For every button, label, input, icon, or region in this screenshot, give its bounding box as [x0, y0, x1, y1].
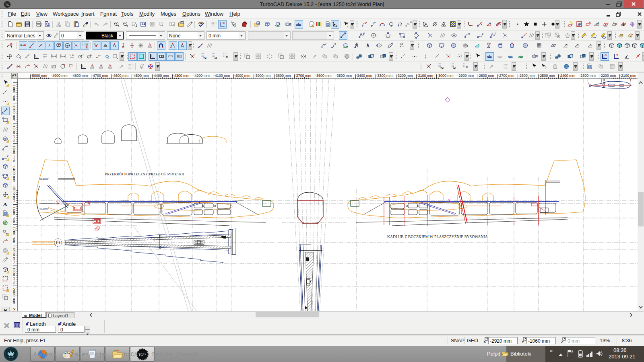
svg-text:Z: Z	[561, 340, 564, 344]
svg-text:R: R	[82, 53, 84, 56]
svg-text:ABC: ABC	[198, 21, 204, 24]
svg-text:?: ?	[346, 21, 349, 26]
svg-text:50,0000°: 50,0000°	[39, 177, 49, 180]
svg-text:Q: Q	[105, 54, 109, 59]
svg-text:TC¹⁵: TC¹⁵	[138, 353, 146, 357]
svg-text:/2: /2	[215, 56, 217, 59]
svg-text:KADLUB Z BOCZKIEM W PLASZCZYŹN: KADLUB Z BOCZKIEM W PLASZCZYŹNIE RYSOWAN…	[387, 234, 488, 239]
svg-text:30: 30	[576, 43, 579, 46]
svg-text:na polowe: na polowe	[235, 200, 244, 202]
svg-text:30: 30	[565, 43, 568, 46]
svg-text:PRZEKRÓJ POPRZECZNY PRZEZ OŚ S: PRZEKRÓJ POPRZECZNY PRZEZ OŚ SYMETRII	[105, 172, 184, 176]
svg-text:na polowe: na polowe	[121, 200, 129, 202]
svg-text:×2: ×2	[440, 66, 444, 69]
svg-text:?: ?	[436, 21, 438, 24]
svg-text:D: D	[91, 53, 93, 56]
svg-text:Y: Y	[11, 43, 13, 46]
svg-text:Y: Y	[522, 340, 524, 344]
svg-text:A: A	[3, 201, 7, 207]
svg-text:a:b: a:b	[400, 43, 403, 45]
svg-text:A: A	[72, 54, 74, 56]
svg-text:?: ?	[444, 22, 446, 24]
svg-text:/2: /2	[453, 66, 456, 69]
svg-text:30: 30	[590, 43, 592, 46]
svg-text:X: X	[483, 340, 486, 344]
svg-text:50,0000°: 50,0000°	[39, 207, 49, 210]
svg-text:×2: ×2	[203, 56, 206, 59]
